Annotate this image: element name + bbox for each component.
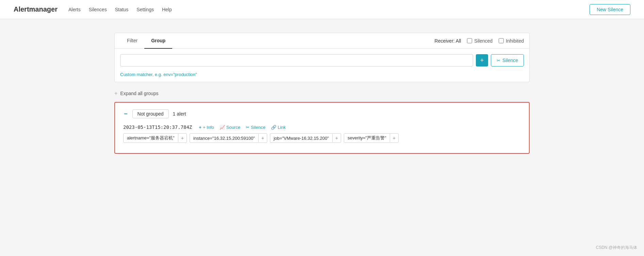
- silenced-checkbox[interactable]: [467, 38, 472, 43]
- new-silence-button[interactable]: New Silence: [590, 4, 630, 15]
- label-tag-instance: instance="16.32.15.200:59100" +: [190, 133, 267, 143]
- expand-all-button[interactable]: +: [114, 90, 117, 96]
- silenced-checkbox-group: Silenced: [467, 38, 493, 44]
- tab-group[interactable]: Group: [144, 33, 172, 49]
- alert-timestamp: 2023-05-13T15:20:37.784Z: [123, 124, 192, 130]
- collapse-icon: −: [124, 110, 128, 117]
- label-tag-severity: severity="严重告警" +: [344, 133, 399, 143]
- inhibited-label[interactable]: Inhibited: [506, 38, 524, 44]
- hint-example: env="production": [163, 72, 197, 77]
- alert-actions: + + Info 📈 Source ✂ Silence 🔗 Link: [199, 125, 286, 130]
- nav-alerts[interactable]: Alerts: [68, 7, 81, 12]
- source-button[interactable]: 📈 Source: [220, 125, 240, 130]
- group-alert-count: 1 alert: [173, 111, 186, 117]
- label-tags: alertname="服务器宕机" + instance="16.32.15.2…: [123, 133, 521, 143]
- expand-plus-icon: +: [114, 90, 117, 96]
- expand-all-label: Expand all groups: [120, 91, 158, 96]
- filter-panel: Filter Group Receiver: All Silenced Inhi…: [114, 33, 530, 82]
- silence-icon: ✂: [246, 125, 249, 130]
- label-tag-instance-plus[interactable]: +: [258, 134, 267, 142]
- expand-all-row: + Expand all groups: [114, 90, 530, 96]
- label-tag-job: job="VMware-16.32.15.200" +: [270, 133, 341, 143]
- filter-tabs-left: Filter Group: [120, 33, 172, 48]
- label-tag-severity-text: severity="严重告警": [344, 134, 390, 142]
- info-button[interactable]: + + Info: [199, 125, 214, 130]
- receiver-label: Receiver: All: [435, 38, 461, 44]
- navbar: Alertmanager Alerts Silences Status Sett…: [0, 0, 644, 19]
- silence-button[interactable]: ✂ Silence: [246, 125, 265, 130]
- silenced-label[interactable]: Silenced: [474, 38, 493, 44]
- link-label: Link: [278, 125, 286, 130]
- navbar-left: Alertmanager Alerts Silences Status Sett…: [14, 5, 172, 13]
- label-tag-alertname: alertname="服务器宕机" +: [123, 133, 187, 143]
- add-filter-button[interactable]: +: [476, 54, 488, 66]
- label-tag-severity-plus[interactable]: +: [390, 134, 398, 142]
- source-label: Source: [226, 125, 240, 130]
- alert-row: 2023-05-13T15:20:37.784Z + + Info 📈 Sour…: [123, 124, 521, 143]
- collapse-button[interactable]: −: [123, 111, 128, 117]
- silence-filter-label: Silence: [502, 58, 518, 63]
- hint-text-prefix: Custom matcher, e.g.: [120, 72, 163, 77]
- filter-tabs-right: Receiver: All Silenced Inhibited: [435, 38, 524, 44]
- label-tag-alertname-plus[interactable]: +: [178, 134, 187, 142]
- filter-input-row: + ✂ Silence: [115, 49, 529, 72]
- nav-settings[interactable]: Settings: [136, 7, 154, 12]
- tab-filter[interactable]: Filter: [120, 33, 144, 49]
- main-content: Filter Group Receiver: All Silenced Inhi…: [101, 33, 543, 154]
- filter-tabs: Filter Group Receiver: All Silenced Inhi…: [115, 33, 529, 49]
- label-tag-job-text: job="VMware-16.32.15.200": [270, 134, 332, 142]
- label-tag-job-plus[interactable]: +: [332, 134, 341, 142]
- filter-hint: Custom matcher, e.g. env="production": [115, 72, 529, 82]
- silence-filter-button[interactable]: ✂ Silence: [491, 54, 524, 66]
- nav-help[interactable]: Help: [162, 7, 172, 12]
- info-label: + Info: [203, 125, 214, 130]
- link-button[interactable]: 🔗 Link: [271, 125, 286, 130]
- inhibited-checkbox-group: Inhibited: [499, 38, 524, 44]
- nav-silences[interactable]: Silences: [89, 7, 107, 12]
- alert-meta: 2023-05-13T15:20:37.784Z + + Info 📈 Sour…: [123, 124, 521, 130]
- source-icon: 📈: [220, 125, 225, 130]
- filter-input[interactable]: [120, 54, 473, 66]
- nav-links: Alerts Silences Status Settings Help: [68, 7, 172, 12]
- group-name-badge: Not grouped: [132, 109, 169, 118]
- info-icon: +: [199, 125, 202, 130]
- nav-status[interactable]: Status: [115, 7, 129, 12]
- brand-name: Alertmanager: [14, 5, 58, 13]
- link-icon: 🔗: [271, 125, 276, 130]
- alert-group-box: − Not grouped 1 alert 2023-05-13T15:20:3…: [114, 102, 530, 154]
- group-header: − Not grouped 1 alert: [123, 109, 521, 118]
- silence-filter-icon: ✂: [497, 58, 500, 63]
- label-tag-alertname-text: alertname="服务器宕机": [124, 134, 178, 142]
- silence-label: Silence: [251, 125, 265, 130]
- inhibited-checkbox[interactable]: [499, 38, 504, 43]
- label-tag-instance-text: instance="16.32.15.200:59100": [190, 134, 258, 142]
